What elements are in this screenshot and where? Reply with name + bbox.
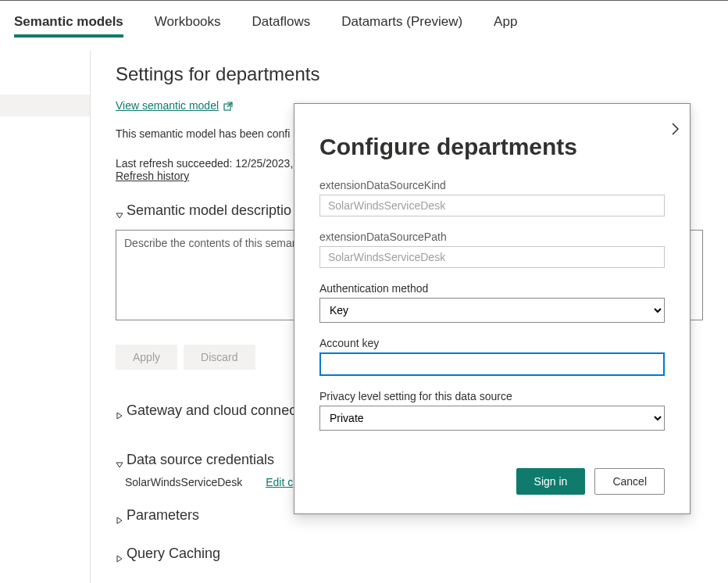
tab-datamarts[interactable]: Datamarts (Preview) bbox=[341, 3, 462, 41]
popout-icon bbox=[223, 101, 233, 110]
configure-modal: Configure departments extensionDataSourc… bbox=[294, 103, 691, 514]
auth-method-label: Authentication method bbox=[319, 282, 665, 295]
privacy-level-select[interactable]: Private bbox=[319, 406, 665, 431]
field-kind-input bbox=[319, 195, 665, 216]
section-gateway-label: Gateway and cloud connec bbox=[127, 402, 296, 419]
tab-workbooks[interactable]: Workbooks bbox=[155, 3, 221, 41]
account-key-label: Account key bbox=[319, 337, 665, 349]
datasource-name: SolarWindsServiceDesk bbox=[125, 476, 242, 488]
view-semantic-model-link[interactable]: View semantic model bbox=[116, 99, 233, 112]
section-query-caching-header[interactable]: Query Caching bbox=[116, 545, 703, 562]
refresh-history-link[interactable]: Refresh history bbox=[116, 170, 189, 182]
view-semantic-model-label: View semantic model bbox=[116, 99, 219, 112]
chevron-right-icon bbox=[116, 512, 123, 520]
section-description-label: Semantic model descriptio bbox=[127, 202, 291, 219]
page-title: Settings for departments bbox=[116, 63, 703, 85]
chevron-right-icon bbox=[668, 121, 683, 137]
chevron-right-icon bbox=[116, 550, 123, 558]
section-query-caching-label: Query Caching bbox=[127, 545, 220, 562]
chevron-right-icon bbox=[116, 407, 123, 415]
tab-semantic-models[interactable]: Semantic models bbox=[14, 3, 123, 41]
section-credentials-label: Data source credentials bbox=[127, 452, 274, 468]
cancel-button[interactable]: Cancel bbox=[594, 468, 665, 495]
sign-in-button[interactable]: Sign in bbox=[516, 468, 586, 495]
left-gutter-block bbox=[0, 95, 90, 116]
close-button[interactable] bbox=[668, 121, 683, 137]
field-kind-label: extensionDataSourceKind bbox=[319, 179, 665, 191]
auth-method-select[interactable]: Key bbox=[319, 298, 665, 323]
field-path-input bbox=[319, 246, 665, 268]
field-path-label: extensionDataSourcePath bbox=[319, 231, 665, 243]
privacy-level-label: Privacy level setting for this data sour… bbox=[319, 390, 665, 402]
account-key-input[interactable] bbox=[319, 352, 665, 376]
chevron-down-icon bbox=[116, 456, 123, 464]
discard-button[interactable]: Discard bbox=[184, 345, 255, 370]
tab-dataflows[interactable]: Dataflows bbox=[252, 3, 311, 41]
refresh-timestamp: Last refresh succeeded: 12/25/2023, bbox=[116, 157, 293, 170]
apply-button[interactable]: Apply bbox=[116, 345, 177, 370]
top-tabs: Semantic models Workbooks Dataflows Data… bbox=[0, 1, 728, 43]
chevron-down-icon bbox=[116, 207, 123, 215]
edit-credentials-link[interactable]: Edit c bbox=[266, 476, 293, 488]
modal-title: Configure departments bbox=[319, 134, 665, 160]
section-parameters-label: Parameters bbox=[127, 507, 199, 524]
tab-app[interactable]: App bbox=[494, 3, 517, 41]
left-gutter bbox=[0, 51, 90, 583]
